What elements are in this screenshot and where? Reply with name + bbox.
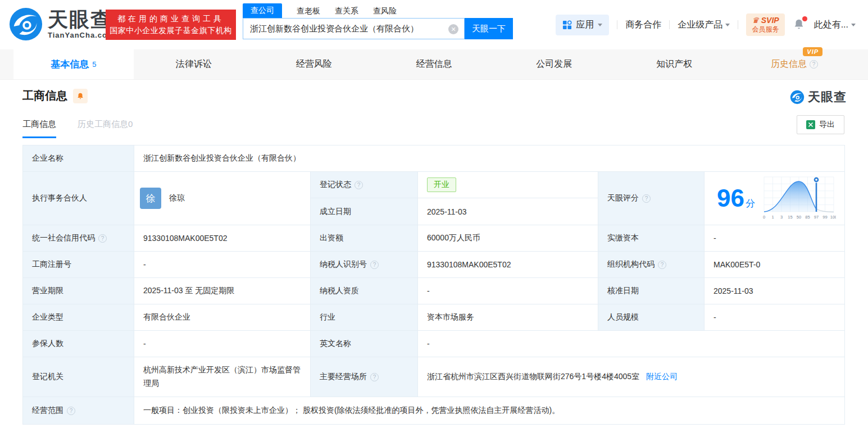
field-value-industry: 资本市场服务 [418,304,598,331]
slogan-line1: 都在用的商业查询工具 [117,14,224,24]
subtab-history-business-info[interactable]: 历史工商信息0 [78,119,133,138]
partner-name-link[interactable]: 徐琼 [169,193,185,203]
notification-red-dot [802,16,807,21]
tianyancha-logo[interactable]: 天眼查 TianYanCha.com [8,7,115,42]
field-label-registration-authority: 登记机关 [23,357,134,397]
field-label-paid-capital: 实缴资本 [598,225,705,252]
cooperation-link[interactable]: 商务合作 [625,19,661,31]
field-label-industry: 行业 [311,304,418,331]
field-label-capital: 出资额 [311,225,418,252]
partner-avatar[interactable]: 徐 [140,188,161,209]
tianyancha-company-page: 天眼查 TianYanCha.com 都在用的商业查询工具 国家中小企业发展子基… [0,0,868,428]
help-icon[interactable]: ? [355,181,363,189]
help-icon[interactable]: ? [67,407,75,415]
watermark-logo: 天眼查 [790,89,847,106]
field-value-established-date: 2025-11-03 [418,198,598,225]
user-menu[interactable]: 此处有... [814,19,856,31]
apps-label: 应用 [576,19,594,31]
svg-text:50: 50 [797,215,801,220]
svg-text:1: 1 [771,215,774,220]
field-label-tyc-score: 天眼评分? [598,172,705,225]
search-button[interactable]: 天眼一下 [465,18,513,39]
tab-operation-risk[interactable]: 经营风险 [254,49,374,79]
search-box: ✕ [243,18,465,39]
clear-icon[interactable]: ✕ [448,24,458,34]
tab-intellectual-property[interactable]: 知识产权 [614,49,734,79]
export-label: 导出 [819,120,835,130]
field-label-registration-status: 登记状态? [311,172,418,198]
field-value-org-code: MAK00E5T-0 [705,252,845,278]
help-icon[interactable]: ? [370,373,379,381]
slogan-line2: 国家中小企业发展子基金旗下机构 [110,26,232,36]
tab-operation-info[interactable]: 经营信息 [374,49,494,79]
help-icon[interactable]: ? [810,60,818,69]
field-value-paid-capital: - [705,225,845,252]
field-value-executive-partner: 徐 徐琼 [134,172,311,225]
field-label-taxpayer-id: 纳税人识别号? [311,252,418,278]
svg-text:97: 97 [814,215,819,220]
header-right: 应用 商务合作 企业级产品 ♛ SVIP 会员服务 [556,13,856,36]
field-value-company-name: 浙江创新数谷创业投资合伙企业（有限合伙） [134,145,845,172]
excel-icon [806,120,815,129]
help-icon[interactable]: ? [658,261,666,269]
help-icon[interactable]: ? [370,261,379,269]
field-label-company-name: 企业名称 [23,145,134,172]
help-icon[interactable]: ? [98,234,107,243]
notifications-bell-button[interactable] [793,18,806,31]
svg-text:99: 99 [822,215,827,220]
field-value-staff-size: - [705,304,845,331]
search-row: ✕ 天眼一下 [243,18,513,39]
tab-legal-litigation[interactable]: 法律诉讼 [134,49,254,79]
field-label-approval-date: 核准日期 [598,278,705,304]
svg-text:0: 0 [763,215,765,220]
chevron-down-icon [851,24,856,26]
subtab-business-info[interactable]: 工商信息 [22,119,56,138]
svip-line1: ♛ SVIP [752,16,779,25]
search-area: 查公司 查老板 查关系 查风险 ✕ 天眼一下 [243,3,513,39]
tab-basic-info[interactable]: 基本信息 5 [13,49,134,79]
user-name: 此处有... [814,19,848,31]
svg-text:15: 15 [788,215,792,220]
section-head: 工商信息 [22,88,88,103]
svip-member-button[interactable]: ♛ SVIP 会员服务 [746,13,784,35]
monitor-bell-button[interactable] [73,89,88,103]
tab-basic-info-count: 5 [92,60,96,69]
search-tab-relation[interactable]: 查关系 [335,6,358,18]
crown-icon: ♛ [752,16,759,25]
vip-badge: VIP [803,47,822,56]
field-value-credit-code: 91330108MAK00E5T02 [134,225,311,252]
score-distribution-chart: 01 315 5085 9799 100 [762,175,836,222]
watermark-text: 天眼查 [808,89,847,106]
field-value-english-name: - [418,331,845,357]
search-tabs: 查公司 查老板 查关系 查风险 [243,3,513,18]
business-address-text: 浙江省杭州市滨江区西兴街道物联网街276号1号楼4楼4005室 [427,372,639,382]
nearby-companies-link[interactable]: 附近公司 [646,372,678,382]
field-value-registration-authority: 杭州高新技术产业开发区（滨江）市场监督管理局 [134,357,311,397]
enterprise-products-link[interactable]: 企业级产品 [678,19,730,31]
subtabs: 工商信息 历史工商信息0 [22,119,133,138]
field-value-approval-date: 2025-11-03 [705,278,845,304]
score-number: 96分 [717,186,755,211]
tab-company-development[interactable]: 公司发展 [494,49,614,79]
field-label-business-address: 主要经营场所? [311,357,418,397]
search-tab-company[interactable]: 查公司 [243,3,282,18]
tianyancha-watermark-icon [790,90,805,104]
field-value-taxpayer-quality: - [418,278,598,304]
search-tab-boss[interactable]: 查老板 [297,6,320,18]
field-label-insured-count: 参保人数 [23,331,134,357]
search-tab-risk[interactable]: 查风险 [373,6,397,18]
export-button[interactable]: 导出 [797,115,844,134]
field-value-business-term: 2025-11-03 至 无固定期限 [134,278,311,304]
logo-domain: TianYanCha.com [48,31,115,39]
apps-menu-button[interactable]: 应用 [556,15,609,35]
field-label-business-term: 营业期限 [23,278,134,304]
svg-text:100: 100 [830,215,836,220]
search-input[interactable] [243,19,464,39]
field-label-taxpayer-quality: 纳税人资质 [311,278,418,304]
field-label-credit-code: 统一社会信用代码? [23,225,134,252]
field-label-staff-size: 人员规模 [598,304,705,331]
field-label-registration-number: 工商注册号 [23,252,134,278]
help-icon[interactable]: ? [642,194,651,203]
tab-history-info[interactable]: 历史信息 VIP ? [734,49,855,79]
svg-text:3: 3 [780,215,783,220]
